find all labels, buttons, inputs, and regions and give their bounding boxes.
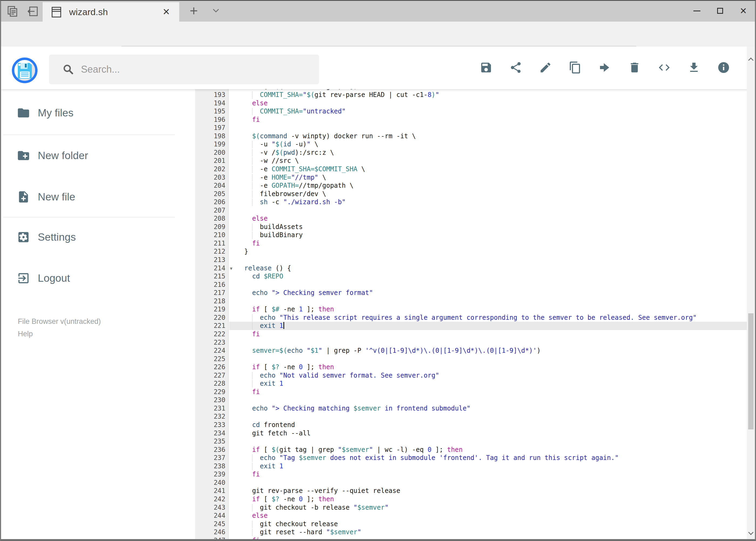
maximize-button[interactable] <box>708 0 732 22</box>
line-number: 213 <box>195 256 225 264</box>
code-text: buildAssets <box>244 223 303 231</box>
line-number: 215 <box>195 272 225 280</box>
code-text: git checkout release <box>244 520 338 528</box>
line-number: 235 <box>195 437 225 446</box>
minimize-button[interactable] <box>685 0 708 22</box>
tab-strip: wizard.sh × + × <box>0 0 756 22</box>
code-line: 228 exit 1 <box>178 379 747 388</box>
code-line: 216 <box>178 280 747 289</box>
code-text: if [ $? -ne 0 ]; then <box>244 495 334 503</box>
code-text: buildBinary <box>244 231 303 239</box>
indent-guide <box>252 232 253 239</box>
line-number: 210 <box>195 231 225 239</box>
move-button[interactable] <box>599 61 611 74</box>
line-number: 229 <box>195 388 225 396</box>
code-line: 208 else <box>178 215 747 223</box>
code-text: fi <box>244 470 260 479</box>
indent-guide <box>252 182 253 189</box>
code-text: -e HOME="//tmp" \ <box>244 174 326 182</box>
indent-guide <box>252 463 253 470</box>
line-number: 214 <box>195 264 225 272</box>
code-text: if [ $# -ne 1 ]; then <box>244 305 334 313</box>
info-button[interactable] <box>717 61 730 74</box>
indent-guide <box>252 224 253 231</box>
code-line: 233 cd frontend <box>178 421 747 429</box>
code-text: fi <box>244 330 260 338</box>
indent-guide <box>252 322 253 329</box>
browser-tab[interactable]: wizard.sh × <box>43 2 179 22</box>
code-line: 241 git rev-parse --verify --quiet relea… <box>178 487 747 495</box>
download-button[interactable] <box>687 61 700 74</box>
code-text: $(command -v winpty) docker run --rm -it… <box>244 132 416 141</box>
code-text: exit 1 <box>244 379 283 388</box>
indent-guide <box>252 504 253 511</box>
code-text: sh -c "./wizard.sh -b" <box>244 198 346 206</box>
code-line: 223 <box>178 338 747 347</box>
line-number: 198 <box>195 132 225 141</box>
search-icon <box>62 63 75 76</box>
close-icon: × <box>740 5 747 16</box>
sidebar: My files New folder New file Settings Lo… <box>1 89 178 539</box>
line-number: 218 <box>195 297 225 305</box>
help-link[interactable]: Help <box>18 330 33 338</box>
code-line: 200 -v /$(pwd):/src:z \ <box>178 149 747 157</box>
code-text: git reset --hard "$semver" <box>244 528 362 536</box>
code-line: 210 buildBinary <box>178 231 747 239</box>
sidebar-item-new-file[interactable]: New file <box>1 182 178 212</box>
code-line: 227 echo "Not valid semver format. See s… <box>178 371 747 380</box>
save-button[interactable] <box>480 61 493 74</box>
code-editor[interactable]: 192 if [ "$(command -v git)" ]; then193 … <box>178 89 747 539</box>
code-line: 221 exit 1 <box>178 322 747 330</box>
tab-list-chevron-icon[interactable] <box>210 6 222 16</box>
code-text: else <box>244 215 268 223</box>
code-text: cd $REPO <box>244 272 283 280</box>
line-number: 230 <box>195 396 225 404</box>
code-line: 211 fi <box>178 239 747 248</box>
share-file-button[interactable] <box>509 61 522 74</box>
sidebar-item-settings[interactable]: Settings <box>1 222 178 252</box>
scroll-down-icon[interactable] <box>748 530 754 535</box>
code-view-button[interactable] <box>658 61 671 74</box>
code-text: fi <box>244 388 260 396</box>
indent-guide <box>252 529 253 536</box>
line-number: 220 <box>195 313 225 322</box>
fold-arrow-icon[interactable]: ▾ <box>230 264 241 272</box>
tab-preview-icon[interactable] <box>6 5 20 17</box>
indent-guide <box>252 191 253 198</box>
sidebar-item-new-folder[interactable]: New folder <box>1 141 178 171</box>
code-text: -e COMMIT_SHA=$COMMIT_SHA \ <box>244 165 365 174</box>
line-number: 199 <box>195 140 225 149</box>
code-line: 236 if [ $(git tag | grep "$semver" | wc… <box>178 446 747 454</box>
set-tabs-aside-icon[interactable] <box>26 5 41 17</box>
line-number: 236 <box>195 446 225 454</box>
line-number: 237 <box>195 454 225 462</box>
search-input[interactable]: Search... <box>49 55 319 84</box>
text-cursor <box>283 322 284 329</box>
delete-button[interactable] <box>628 61 641 74</box>
tab-close-icon[interactable]: × <box>159 5 173 19</box>
rename-button[interactable] <box>539 61 552 74</box>
code-text: git rev-parse --verify --quiet release <box>244 487 400 495</box>
code-line: 203 -e HOME="//tmp" \ <box>178 174 747 182</box>
line-number: 225 <box>195 355 225 363</box>
vertical-scrollbar[interactable] <box>747 46 755 539</box>
code-text: exit 1 <box>244 462 283 470</box>
line-number: 196 <box>195 116 225 124</box>
indent-guide <box>252 380 253 387</box>
code-line: 199 -u "$(id -u)" \ <box>178 140 747 149</box>
sidebar-item-logout[interactable]: Logout <box>1 264 178 293</box>
code-line: 198 $(command -v winpty) docker run --rm… <box>178 132 747 141</box>
code-line: 224 semver=$(echo "$1" | grep -P '^v(0|[… <box>178 346 747 355</box>
line-number: 223 <box>195 338 225 347</box>
new-tab-button[interactable]: + <box>186 4 202 18</box>
copy-button[interactable] <box>569 61 582 74</box>
scroll-up-icon[interactable] <box>748 58 754 63</box>
settings-icon <box>17 231 30 244</box>
scrollbar-thumb[interactable] <box>748 313 754 429</box>
indent-guide <box>252 372 253 379</box>
code-line: 197 <box>178 124 747 132</box>
sidebar-item-my-files[interactable]: My files <box>1 98 178 128</box>
filebrowser-logo[interactable] <box>12 58 38 83</box>
close-button[interactable]: × <box>732 0 755 22</box>
browser-window: wizard.sh × + × <box>0 0 756 541</box>
